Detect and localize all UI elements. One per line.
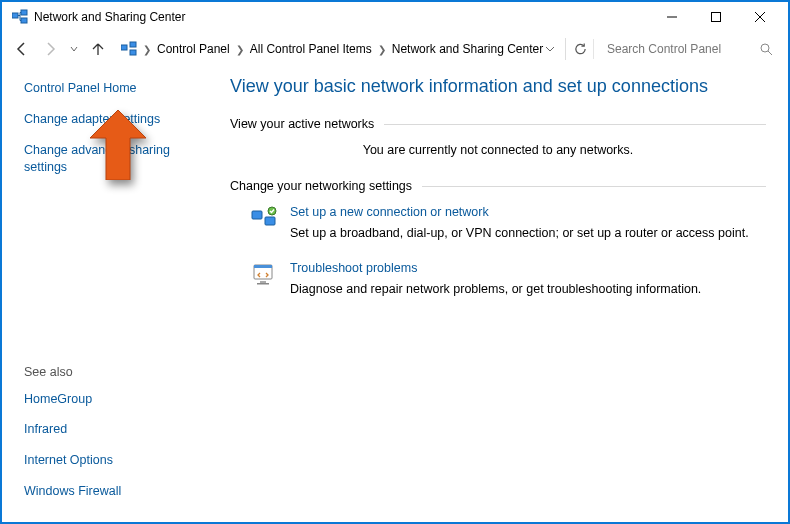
option-setup-connection: Set up a new connection or network Set u… [230,199,766,255]
divider [422,186,766,187]
option-link[interactable]: Set up a new connection or network [290,205,749,219]
troubleshoot-icon [250,261,278,289]
svg-rect-1 [21,10,27,15]
section-change-settings: Change your networking settings [230,179,766,193]
svg-rect-9 [130,50,136,55]
svg-rect-0 [12,13,18,18]
svg-rect-12 [252,211,262,219]
main-content: View your basic network information and … [202,66,788,522]
svg-rect-7 [121,45,127,50]
svg-rect-13 [265,217,275,225]
network-center-icon [12,9,28,25]
divider [384,124,766,125]
sidebar-link-change-adapter[interactable]: Change adapter settings [24,111,194,128]
breadcrumb-item[interactable]: All Control Panel Items [248,42,374,56]
svg-rect-16 [254,265,272,268]
title-bar: Network and Sharing Center [2,2,788,32]
forward-button[interactable] [38,37,62,61]
refresh-button[interactable] [565,38,587,60]
svg-line-11 [768,51,772,55]
no-networks-message: You are currently not connected to any n… [230,137,766,179]
window-title: Network and Sharing Center [34,10,650,24]
see-also-header: See also [24,365,194,379]
sidebar-link-home[interactable]: Control Panel Home [24,80,194,97]
search-input[interactable] [607,42,773,56]
chevron-right-icon[interactable]: ❯ [139,44,155,55]
option-link[interactable]: Troubleshoot problems [290,261,701,275]
svg-rect-8 [130,42,136,47]
option-troubleshoot: Troubleshoot problems Diagnose and repai… [230,255,766,311]
address-bar[interactable]: ❯ Control Panel ❯ All Control Panel Item… [114,37,561,61]
divider [593,39,594,59]
option-desc: Set up a broadband, dial-up, or VPN conn… [290,226,749,240]
recent-locations-button[interactable] [66,45,82,53]
breadcrumb-item[interactable]: Control Panel [155,42,232,56]
up-button[interactable] [86,37,110,61]
chevron-right-icon[interactable]: ❯ [374,44,390,55]
option-desc: Diagnose and repair network problems, or… [290,282,701,296]
close-button[interactable] [738,3,782,31]
sidebar: Control Panel Home Change adapter settin… [2,66,202,522]
svg-rect-4 [712,13,721,22]
sidebar-link-advanced-sharing[interactable]: Change advanced sharing settings [24,142,194,176]
see-also-infrared[interactable]: Infrared [24,421,194,438]
section-label: View your active networks [230,117,384,131]
address-row: ❯ Control Panel ❯ All Control Panel Item… [2,32,788,66]
chevron-right-icon[interactable]: ❯ [232,44,248,55]
svg-point-10 [761,44,769,52]
see-also-homegroup[interactable]: HomeGroup [24,391,194,408]
see-also-internet-options[interactable]: Internet Options [24,452,194,469]
see-also-windows-firewall[interactable]: Windows Firewall [24,483,194,500]
breadcrumb-item[interactable]: Network and Sharing Center [390,42,545,56]
search-box[interactable] [600,37,780,61]
section-active-networks: View your active networks [230,117,766,131]
search-icon[interactable] [760,43,773,56]
maximize-button[interactable] [694,3,738,31]
setup-connection-icon [250,205,278,233]
svg-rect-18 [257,283,269,285]
address-dropdown-button[interactable] [545,44,555,54]
minimize-button[interactable] [650,3,694,31]
network-center-icon [121,41,137,57]
body: Control Panel Home Change adapter settin… [2,66,788,522]
page-title: View your basic network information and … [230,76,766,97]
window-controls [650,3,782,31]
back-button[interactable] [10,37,34,61]
section-label: Change your networking settings [230,179,422,193]
svg-rect-2 [21,18,27,23]
svg-rect-17 [260,281,266,283]
